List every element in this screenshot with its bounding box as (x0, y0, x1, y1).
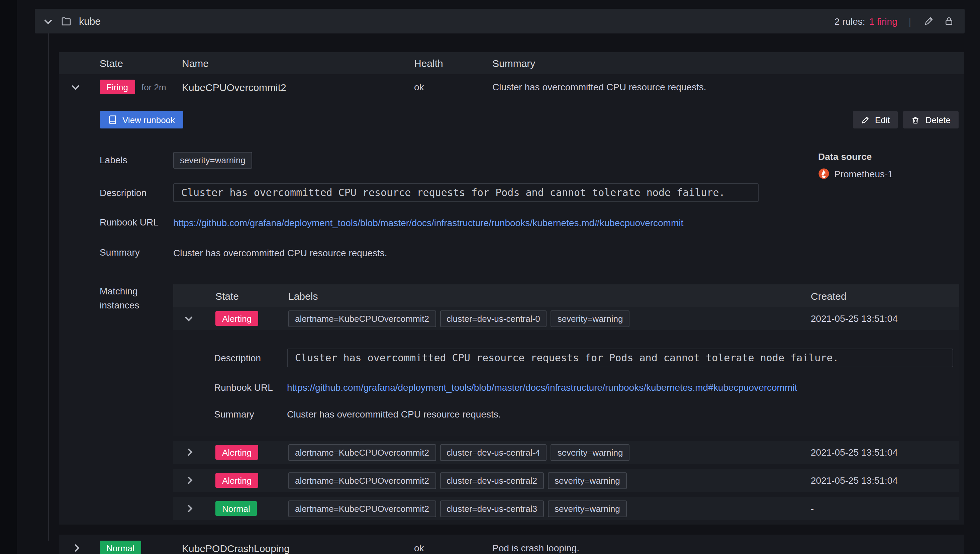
side-nav-edge (0, 0, 18, 554)
instance-label-chip: cluster=dev-us-central3 (440, 500, 544, 517)
instance-state-badge: Alerting (215, 311, 258, 326)
delete-rule-button[interactable]: Delete (904, 111, 959, 129)
instance-created: - (805, 503, 959, 514)
instances-col-created: Created (805, 290, 959, 301)
instance-runbook-link[interactable]: https://github.com/grafana/deployment_to… (287, 382, 797, 393)
instance-label-chip: cluster=dev-us-central-4 (440, 444, 547, 461)
prometheus-icon (818, 168, 829, 179)
instance-created: 2021-05-25 13:51:04 (805, 447, 959, 458)
rule-summary: Pod is crash looping. (492, 541, 964, 554)
instance-expand-chevron[interactable] (183, 503, 194, 514)
instance-state-badge: Alerting (215, 445, 258, 460)
instance-label-chip: severity=warning (551, 444, 630, 461)
book-icon (108, 115, 117, 124)
instance-summary-value: Cluster has overcommitted CPU resource r… (287, 409, 501, 420)
rules-table-header: State Name Health Summary (59, 52, 964, 74)
instance-summary-row: Summary Cluster has overcommitted CPU re… (173, 409, 959, 420)
summary-field-row: Summary Cluster has overcommitted CPU re… (59, 245, 964, 259)
instance-description-label: Description (214, 353, 287, 363)
col-header-health: Health (414, 57, 492, 69)
group-lock-button[interactable] (943, 15, 955, 27)
summary-value: Cluster has overcommitted CPU resource r… (173, 247, 387, 258)
datasource-label: Data source (818, 151, 893, 162)
view-runbook-label: View runbook (123, 115, 175, 125)
rule-collapse-chevron[interactable] (70, 82, 81, 92)
description-field-row: Description Cluster has overcommitted CP… (59, 183, 964, 202)
rule-expand-chevron[interactable] (70, 543, 81, 553)
alert-rules-page: kube 2 rules: 1 firing | State Name Heal… (0, 0, 980, 554)
instance-created: 2021-05-25 13:51:04 (805, 475, 959, 486)
datasource-panel: Data source Prometheus-1 (818, 151, 893, 179)
rule-detail: View runbook Edit Delete Labels (59, 100, 964, 525)
instance-label-chip: cluster=dev-us-central2 (440, 472, 544, 489)
instance-detail: Description Cluster has overcommitted CP… (173, 330, 959, 436)
instance-description-box: Cluster has overcommitted CPU resource r… (287, 349, 953, 367)
instance-description-text: Cluster has overcommitted CPU resource r… (295, 352, 839, 364)
rule-name: KubeCPUOvercommit2 (182, 81, 414, 93)
instance-row: Normal alertname=KubeCPUOvercommit2 clus… (173, 497, 959, 520)
delete-rule-label: Delete (926, 115, 951, 125)
datasource-name: Prometheus-1 (834, 168, 893, 179)
runbook-label: Runbook URL (100, 215, 173, 229)
rule-health: ok (414, 82, 492, 92)
tree-indent-line (48, 33, 49, 541)
col-header-state: State (92, 57, 182, 69)
rule-actions-row: View runbook Edit Delete (59, 111, 964, 129)
summary-label: Summary (100, 245, 173, 259)
rule-summary: Cluster has overcommitted CPU resource r… (492, 82, 964, 92)
edit-group-button[interactable] (923, 15, 935, 27)
instance-runbook-row: Runbook URL https://github.com/grafana/d… (173, 382, 959, 393)
instances-table-header: State Labels Created (173, 284, 959, 307)
col-header-summary: Summary (492, 57, 964, 69)
instance-created: 2021-05-25 13:51:04 (805, 313, 959, 324)
instance-state-badge: Normal (215, 501, 257, 516)
rule-name: KubePODCrashLooping (182, 541, 414, 554)
firing-count-text: 1 firing (869, 16, 897, 26)
col-header-name: Name (182, 57, 414, 69)
rule-row-firing: Firing for 2m KubeCPUOvercommit2 ok Clus… (59, 74, 964, 100)
matching-instances-label: Matching instances (100, 284, 173, 312)
lock-icon (944, 16, 954, 26)
rules-count-text: 2 rules: (835, 16, 865, 26)
edit-rule-label: Edit (875, 115, 890, 125)
instance-expand-chevron[interactable] (183, 475, 194, 486)
instance-description-row: Description Cluster has overcommitted CP… (173, 349, 959, 367)
instances-col-state: State (204, 290, 279, 301)
instances-col-labels: Labels (279, 290, 805, 301)
header-divider: | (909, 16, 911, 26)
instance-collapse-chevron[interactable] (183, 313, 194, 324)
instance-label-chip: alertname=KubeCPUOvercommit2 (288, 500, 436, 517)
pencil-icon (924, 16, 934, 26)
instance-label-chip: cluster=dev-us-central-0 (440, 310, 547, 327)
matching-instances-row: Matching instances State Labels Created … (59, 284, 964, 520)
instance-expand-chevron[interactable] (183, 447, 194, 458)
label-chip: severity=warning (173, 152, 252, 169)
instance-state-badge: Alerting (215, 473, 258, 488)
instance-label-chip: alertname=KubeCPUOvercommit2 (288, 310, 436, 327)
group-title: kube (79, 15, 101, 27)
description-box: Cluster has overcommitted CPU resource r… (173, 183, 759, 202)
instance-label-chip: severity=warning (548, 472, 627, 489)
edit-rule-button[interactable]: Edit (853, 111, 898, 129)
instances-table: State Labels Created Alerting alertname=… (173, 284, 959, 520)
rule-firing-duration: for 2m (142, 82, 166, 92)
instance-label-chip: severity=warning (551, 310, 630, 327)
rule-health: ok (414, 541, 492, 554)
description-text: Cluster has overcommitted CPU resource r… (181, 187, 725, 199)
group-collapse-chevron-icon[interactable] (43, 16, 54, 26)
rule-row-normal: Normal KubePODCrashLooping ok Pod is cra… (59, 535, 964, 554)
rule-group-header: kube 2 rules: 1 firing | (35, 9, 965, 33)
instance-label-chip: alertname=KubeCPUOvercommit2 (288, 444, 436, 461)
instance-row: Alerting alertname=KubeCPUOvercommit2 cl… (173, 441, 959, 464)
rule-state-badge: Firing (100, 80, 135, 94)
pencil-icon (861, 115, 870, 124)
runbook-field-row: Runbook URL https://github.com/grafana/d… (59, 215, 964, 229)
instance-row: Alerting alertname=KubeCPUOvercommit2 cl… (173, 307, 959, 330)
instance-summary-label: Summary (214, 409, 287, 420)
folder-icon (61, 16, 72, 26)
instance-label-chip: severity=warning (548, 500, 627, 517)
runbook-link[interactable]: https://github.com/grafana/deployment_to… (173, 217, 683, 228)
trash-icon (912, 115, 920, 124)
labels-label: Labels (100, 153, 173, 167)
view-runbook-button[interactable]: View runbook (100, 111, 183, 129)
